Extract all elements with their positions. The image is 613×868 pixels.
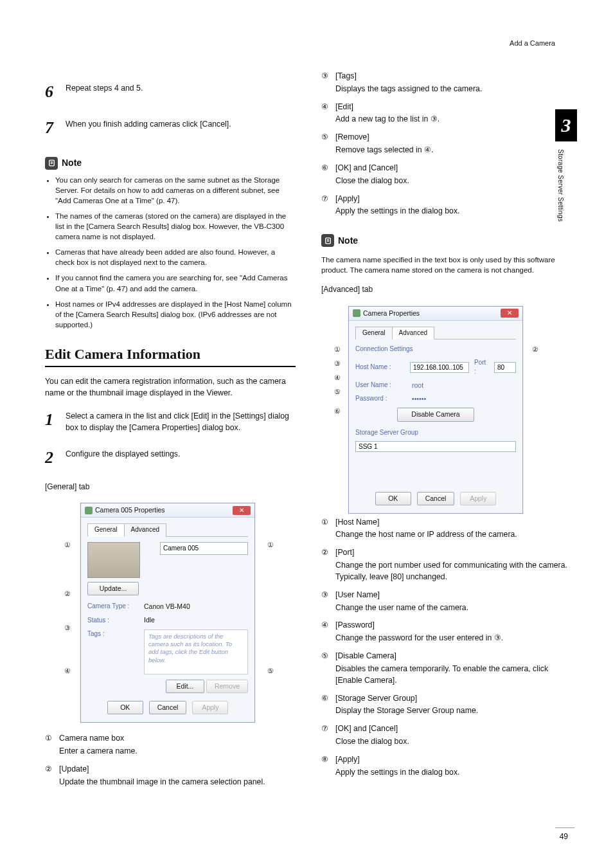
callout-1: ①	[64, 540, 71, 550]
callout-2: ②	[532, 345, 538, 355]
def-term: [OK] and [Cancel]	[335, 723, 409, 735]
def-num: ③	[321, 590, 332, 614]
dialog-title: Camera Properties	[363, 309, 420, 318]
dialog-titlebar: Camera 005 Properties ✕	[81, 503, 254, 518]
left-column: 6 Repeat steps 4 and 5. 7 When you finis…	[45, 71, 296, 794]
cancel-button[interactable]: Cancel	[149, 701, 187, 714]
section-intro: You can edit the camera registration inf…	[45, 376, 296, 399]
def-term: [Edit]	[335, 102, 440, 113]
advanced-dialog-figure: ① ③ ④ ⑤ ⑥ ② ⑦ ⑧ Camera Properties ✕	[321, 301, 572, 500]
callout-6: ⑥	[334, 406, 341, 417]
def-num: ⑥	[321, 693, 332, 718]
port-input[interactable]	[494, 362, 516, 373]
tab-advanced[interactable]: Advanced	[392, 327, 434, 340]
note-title: Note	[338, 234, 358, 247]
step-number: 7	[45, 116, 60, 140]
note-icon	[321, 234, 334, 247]
def-term: [Storage Server Group]	[335, 693, 478, 705]
step-7: 7 When you finish adding cameras click […	[45, 116, 296, 140]
note-text: The camera name specified in the text bo…	[321, 255, 572, 275]
callout-4: ④	[334, 373, 341, 383]
tags-label: Tags :	[87, 629, 139, 639]
def-term: [Password]	[335, 620, 503, 631]
chapter-section: Storage Server Settings	[555, 149, 565, 222]
def-num: ⑦	[321, 723, 332, 748]
camera-name-input[interactable]	[160, 542, 248, 555]
dialog-titlebar: Camera Properties ✕	[349, 307, 522, 321]
close-icon[interactable]: ✕	[233, 506, 251, 515]
camera-type-value: Canon VB-M40	[144, 602, 190, 611]
step-number: 6	[45, 80, 60, 104]
def-desc: Update the thumbnail image in the camera…	[59, 777, 265, 788]
tab-advanced[interactable]: Advanced	[124, 523, 166, 537]
status-label: Status :	[87, 616, 139, 626]
def-desc: Display the Storage Server Group name.	[335, 705, 478, 717]
storage-server-group-value	[355, 441, 516, 452]
callout-3: ③	[334, 359, 341, 369]
step-text: When you finish adding cameras click [Ca…	[66, 116, 296, 140]
host-name-input[interactable]	[410, 362, 469, 373]
def-num: ⑦	[321, 194, 332, 218]
def-desc: Close the dialog box.	[335, 736, 409, 748]
dialog-title: Camera 005 Properties	[95, 505, 165, 515]
ok-button[interactable]: OK	[107, 701, 143, 714]
camera-thumbnail	[87, 542, 140, 578]
password-label: Password :	[355, 394, 407, 404]
advanced-tab-label: [Advanced] tab	[321, 284, 572, 295]
chapter-number: 3	[555, 109, 577, 141]
dialog-tabs: General Advanced	[87, 523, 248, 537]
def-num: ④	[321, 102, 332, 126]
general-tab-label: [General] tab	[45, 482, 296, 493]
camera-type-label: Camera Type :	[87, 602, 139, 611]
apply-button[interactable]: Apply	[460, 492, 496, 505]
close-icon[interactable]: ✕	[501, 309, 519, 318]
tags-area[interactable]: Tags are descriptions of the camera such…	[144, 629, 248, 674]
step-text: Repeat steps 4 and 5.	[66, 80, 296, 104]
def-num: ③	[321, 71, 332, 95]
apply-button[interactable]: Apply	[192, 701, 228, 714]
page-number: 49	[560, 831, 568, 842]
general-dialog: Camera 005 Properties ✕ General Advanced	[80, 503, 255, 723]
def-term: Camera name box	[59, 733, 138, 745]
step-text: Configure the displayed settings.	[66, 446, 296, 470]
update-button[interactable]: Update...	[87, 582, 139, 595]
window-icon	[85, 507, 93, 514]
def-num: ①	[321, 517, 332, 541]
dialog-tabs: General Advanced	[355, 326, 516, 340]
storage-server-group-label: Storage Server Group	[355, 428, 516, 438]
note-heading: Note	[321, 234, 572, 247]
def-num: ⑤	[321, 651, 332, 686]
def-num: ④	[321, 620, 332, 644]
tab-general[interactable]: General	[87, 523, 125, 537]
def-term: [User Name]	[335, 590, 468, 601]
step-6: 6 Repeat steps 4 and 5.	[45, 80, 296, 104]
def-desc: Change the user name of the camera.	[335, 602, 468, 614]
tab-general[interactable]: General	[355, 327, 393, 340]
edit-button[interactable]: Edit...	[166, 680, 204, 693]
def-desc: Disables the camera temporarily. To enab…	[335, 664, 572, 687]
callout-3: ③	[64, 623, 71, 633]
disable-camera-button[interactable]: Disable Camera	[397, 408, 474, 421]
def-desc: Enter a camera name.	[59, 746, 138, 757]
note-item: Cameras that have already been added are…	[55, 247, 296, 267]
def-num: ①	[45, 733, 55, 757]
section-heading-edit: Edit Camera Information	[45, 344, 296, 365]
general-dialog-figure: ① ② ③ ④ ① ⑤ ⑥ ⑦ Camera 005 Properties ✕	[45, 498, 296, 716]
definitions-general-cont: ③[Tags]Displays the tags assigned to the…	[321, 71, 572, 217]
connection-settings-label: Connection Settings	[355, 345, 516, 354]
callout-1: ①	[334, 345, 341, 355]
note-item: If you cannot find the camera you are se…	[55, 273, 296, 293]
right-column: ③[Tags]Displays the tags assigned to the…	[321, 71, 572, 794]
def-desc: Add a new tag to the list in ③.	[335, 114, 440, 125]
section-rule	[45, 366, 296, 367]
cancel-button[interactable]: Cancel	[417, 492, 455, 505]
def-desc: Remove tags selected in ④.	[335, 145, 434, 156]
note-item: You can only search for cameras on the s…	[55, 175, 296, 206]
page-number-rule	[555, 827, 574, 828]
def-term: [Apply]	[335, 754, 459, 766]
def-term: [Port]	[335, 547, 572, 559]
chapter-tab: 3 Storage Server Settings	[555, 109, 577, 222]
remove-button[interactable]: Remove	[206, 680, 248, 693]
ok-button[interactable]: OK	[375, 492, 411, 505]
callout-5: ⑤	[267, 666, 274, 676]
